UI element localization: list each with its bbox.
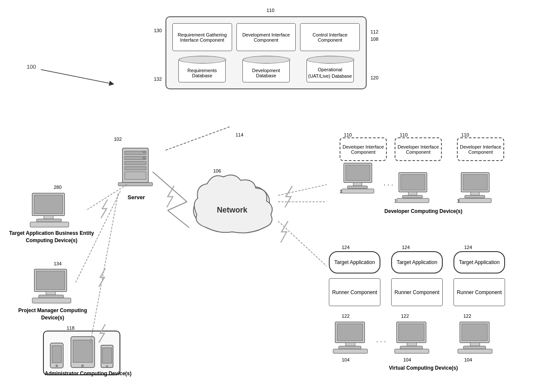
label-108: 108 <box>371 36 378 42</box>
label-114: 114 <box>236 132 243 137</box>
label-120: 120 <box>371 75 378 80</box>
lightning-1 <box>159 184 185 211</box>
svg-rect-56 <box>398 324 424 341</box>
dev-interface-3: Developer Interface Component <box>457 137 504 161</box>
operational-database: Operational (UAT/Live) Database <box>300 55 360 82</box>
svg-point-49 <box>106 365 108 368</box>
svg-rect-4 <box>125 167 146 170</box>
svg-rect-28 <box>471 192 479 195</box>
admin-label: Administrator Computing Device(s) <box>41 370 135 377</box>
svg-rect-45 <box>73 340 92 362</box>
svg-text:Network: Network <box>217 206 248 214</box>
label-134: 134 <box>54 261 61 266</box>
label-106: 106 <box>213 168 221 173</box>
label-122-1: 122 <box>342 313 349 319</box>
svg-rect-38 <box>46 292 55 295</box>
label-100: 100 <box>27 64 36 70</box>
svg-rect-40 <box>32 298 71 303</box>
svg-rect-39 <box>39 295 64 298</box>
svg-rect-19 <box>347 186 368 188</box>
lightning-6 <box>92 322 114 345</box>
svg-rect-27 <box>463 174 487 190</box>
svg-rect-57 <box>407 343 417 346</box>
target-app-2: Target Application <box>391 251 443 273</box>
label-124-1: 124 <box>342 245 349 250</box>
svg-rect-25 <box>397 198 429 203</box>
svg-rect-61 <box>462 324 487 341</box>
svg-rect-5 <box>125 172 146 179</box>
svg-rect-35 <box>30 222 69 227</box>
svg-point-6 <box>143 151 145 153</box>
runner-comp-2: Runner Component <box>391 278 443 306</box>
lightning-3 <box>273 219 299 246</box>
development-database: Development Database <box>236 55 296 82</box>
lightning-5 <box>92 266 114 289</box>
label-104-2: 104 <box>403 357 411 362</box>
label-280: 280 <box>54 185 61 190</box>
target-biz-label: Target Application Business Entity Compu… <box>9 230 95 244</box>
svg-rect-59 <box>395 349 429 353</box>
label-130: 130 <box>154 28 162 33</box>
svg-rect-42 <box>52 346 61 363</box>
svg-point-7 <box>143 157 145 159</box>
dev-interface-2: Developer Interface Component <box>395 137 442 161</box>
svg-rect-20 <box>342 189 374 193</box>
svg-point-46 <box>81 365 84 367</box>
runner-comp-1: Runner Component <box>329 278 380 306</box>
server-enclosure: Requirement Gathering Interface Componen… <box>165 16 367 89</box>
ellipsis-virtual: ··· <box>376 337 388 346</box>
label-110-dev2: 110 <box>400 132 407 137</box>
label-110-dev1: 110 <box>344 132 352 137</box>
svg-rect-52 <box>346 343 355 346</box>
requirements-database: Requirements Database <box>172 55 232 82</box>
virtual-computer-2 <box>392 320 433 356</box>
svg-rect-18 <box>353 182 362 186</box>
svg-rect-37 <box>36 271 65 290</box>
developer-computing-label: Developer Computing Device(s) <box>374 208 473 214</box>
svg-rect-53 <box>339 346 361 349</box>
virtual-computer-3 <box>456 320 496 356</box>
svg-rect-58 <box>400 346 423 349</box>
server-icon <box>116 146 155 194</box>
svg-rect-54 <box>333 349 368 353</box>
label-124-3: 124 <box>464 245 472 250</box>
svg-rect-24 <box>402 195 423 198</box>
label-122-3: 122 <box>463 313 471 319</box>
dev-computer-1 <box>340 161 378 197</box>
label-118: 118 <box>67 325 74 331</box>
pm-computer <box>28 267 77 307</box>
network-cloud: Network <box>185 167 279 237</box>
control-interface-component: Control Interface Component <box>300 23 360 51</box>
label-124-2: 124 <box>402 245 410 250</box>
label-132: 132 <box>154 76 162 82</box>
virtual-computing-label: Virtual Computing Device(s) <box>374 365 473 371</box>
svg-rect-33 <box>44 216 53 219</box>
svg-rect-32 <box>34 195 63 214</box>
svg-point-43 <box>55 365 58 367</box>
svg-rect-30 <box>459 198 491 203</box>
pm-label: Project Manager Computing Device(s) <box>13 307 92 322</box>
svg-rect-8 <box>118 182 153 186</box>
svg-rect-62 <box>470 343 480 346</box>
label-110-dev3: 110 <box>461 132 469 137</box>
label-112: 112 <box>371 29 378 34</box>
svg-rect-17 <box>346 165 370 181</box>
svg-rect-34 <box>37 219 61 222</box>
svg-rect-48 <box>102 348 112 363</box>
target-app-1: Target Application <box>329 251 380 273</box>
svg-rect-51 <box>337 324 363 341</box>
dev-computer-2 <box>395 170 433 206</box>
svg-line-65 <box>41 70 112 84</box>
label-122-2: 122 <box>401 313 409 319</box>
development-interface-component: Development Interface Component <box>236 23 296 51</box>
requirement-gathering-component: Requirement Gathering Interface Componen… <box>172 23 232 51</box>
svg-rect-22 <box>401 174 425 190</box>
label-102: 102 <box>114 137 122 142</box>
virtual-computer-1 <box>331 320 372 356</box>
runner-comp-3: Runner Component <box>453 278 505 306</box>
target-biz-computer <box>26 191 75 231</box>
dev-computer-3 <box>457 170 496 206</box>
dev-interface-1: Developer Interface Component <box>340 137 387 161</box>
svg-rect-63 <box>463 346 486 349</box>
svg-rect-29 <box>465 195 485 198</box>
